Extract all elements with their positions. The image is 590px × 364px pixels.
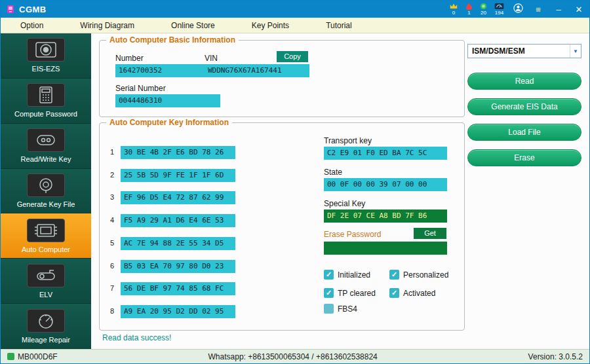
checkbox-initialized[interactable]: ✓ Initialized (324, 270, 370, 280)
sidebar-item-elv[interactable]: ELV (1, 259, 91, 304)
vin-label: VIN (205, 54, 218, 63)
checkbox-personalized[interactable]: ✓ Personalized (389, 270, 448, 280)
sidebar-item-label: Auto Computer (22, 246, 70, 253)
app-window: CGMB 0 1 20 194 ≡ – ✕ (0, 0, 590, 364)
sidebar-item-label: Read/Write Key (21, 155, 71, 163)
key-row-index: 4 (106, 216, 114, 224)
key-row-index: 8 (106, 307, 114, 315)
crown-count: 0 (452, 10, 455, 16)
menu-online-store[interactable]: Online Store (171, 21, 215, 30)
vin-field[interactable]: WDDNG76X67A167441 (205, 64, 309, 77)
coin-count: 20 (481, 10, 486, 16)
crown-icon (449, 3, 458, 10)
minimize-button[interactable]: – (552, 5, 565, 14)
sidebar-item-label: Generate Key File (17, 200, 75, 208)
key-1-field[interactable]: 30 BE 4B 2F E6 BD 78 26 (121, 146, 235, 159)
meter-count: 194 (495, 10, 503, 16)
meter-icon (494, 3, 504, 10)
chevron-down-icon[interactable]: ▼ (570, 45, 581, 58)
checkbox-unchecked-icon[interactable] (324, 304, 334, 314)
key-fob-icon (27, 128, 65, 152)
coin-badge[interactable]: 20 (480, 3, 487, 16)
main-content: Auto Computer Basic Information Number 1… (91, 33, 589, 349)
menu-tutorial[interactable]: Tutorial (326, 21, 352, 30)
statusbar: MB000D6F Whatsapp: +8613500065304 / +861… (1, 349, 589, 363)
number-label: Number (115, 54, 144, 63)
checkbox-checked-icon[interactable]: ✓ (389, 270, 399, 280)
copy-button[interactable]: Copy (277, 51, 308, 62)
whatsapp-contact: Whatsapp: +8613500065304 / +861360253882… (58, 352, 528, 361)
menu-icon[interactable]: ≡ (532, 5, 545, 14)
key-2-field[interactable]: 25 5B 5D 9F FE 1F 1F 6D (121, 169, 235, 182)
key-6-field[interactable]: B5 03 EA 70 97 80 D0 23 (121, 260, 235, 273)
state-field[interactable]: 00 0F 00 00 39 07 00 00 (324, 178, 447, 191)
key-row-index: 3 (106, 193, 114, 201)
erase-password-label: Erase Password (324, 230, 381, 239)
key-4-field[interactable]: F5 A9 29 A1 D6 E4 6E 53 (121, 214, 235, 227)
device-id: MB000D6F (18, 352, 58, 361)
key-info-title: Auto Computer Key Information (106, 118, 232, 127)
basic-info-title: Auto Computer Basic Information (106, 35, 239, 45)
generate-eis-data-button[interactable]: Generate EIS Data (467, 98, 581, 115)
sidebar-item-label: Mileage Repair (22, 336, 70, 344)
checkbox-activated[interactable]: ✓ Activated (389, 288, 435, 298)
drop-badge[interactable]: 1 (465, 3, 473, 16)
close-button[interactable]: ✕ (572, 5, 585, 14)
menu-wiring-diagram[interactable]: Wiring Diagram (80, 21, 134, 30)
checkbox-tp-cleared[interactable]: ✓ TP cleared (324, 288, 376, 298)
transport-key-field[interactable]: C2 E9 01 F0 ED BA 7C 5C (324, 147, 447, 160)
erase-button[interactable]: Erase (467, 149, 581, 166)
read-status-message: Read data success! (102, 333, 171, 342)
serial-number-label: Serial Number (115, 84, 166, 93)
sidebar-item-generate-key-file[interactable]: Generate Key File (1, 169, 91, 214)
key-ring-icon (27, 173, 65, 197)
gauge-icon (27, 309, 65, 333)
menu-option[interactable]: Option (20, 21, 43, 30)
checkbox-fbs4[interactable]: FBS4 (324, 304, 357, 314)
special-key-field[interactable]: DF 2E 07 CE A8 BD 7F B6 (324, 209, 447, 223)
ecu-icon (27, 219, 65, 242)
read-button[interactable]: Read (467, 73, 581, 90)
crown-badge[interactable]: 0 (449, 3, 458, 16)
user-icon[interactable] (511, 3, 524, 15)
basic-info-groupbox: Auto Computer Basic Information Number 1… (99, 40, 465, 117)
sidebar-item-auto-computer[interactable]: Auto Computer (1, 213, 91, 259)
key-row-index: 1 (106, 148, 114, 156)
sidebar-item-mileage-repair[interactable]: Mileage Repair (1, 304, 91, 349)
transport-key-label: Transport key (324, 136, 372, 145)
key-row-index: 2 (106, 171, 114, 179)
app-title: CGMB (19, 5, 47, 14)
mode-dropdown[interactable]: ISM/DSM/ESM ▼ (467, 44, 581, 58)
drop-count: 1 (467, 10, 470, 16)
checkbox-checked-icon[interactable]: ✓ (324, 270, 334, 280)
coin-icon (480, 3, 487, 10)
app-logo-icon (5, 3, 16, 15)
sidebar-item-eis-ezs[interactable]: EIS-EZS (1, 33, 91, 79)
key-row-index: 6 (106, 262, 114, 270)
key-3-field[interactable]: EF 96 D5 E4 72 87 62 99 (121, 191, 235, 204)
drop-icon (465, 3, 473, 10)
load-file-button[interactable]: Load File (467, 124, 581, 141)
checkbox-checked-icon[interactable]: ✓ (389, 288, 399, 298)
meter-badge[interactable]: 194 (494, 3, 504, 16)
titlebar: CGMB 0 1 20 194 ≡ – ✕ (1, 1, 589, 18)
sidebar-item-label: Compute Password (14, 110, 77, 118)
erase-password-field[interactable] (324, 242, 447, 255)
key-5-field[interactable]: AC 7E 94 88 2E 55 34 D5 (121, 237, 235, 250)
calculator-icon (27, 83, 65, 107)
ezs-device-icon (27, 38, 65, 62)
key-7-field[interactable]: 56 DE BF 97 74 85 68 FC (121, 282, 235, 295)
sidebar-item-read-write-key[interactable]: Read/Write Key (1, 124, 91, 169)
key-info-groupbox: Auto Computer Key Information 1 30 BE 4B… (99, 122, 465, 331)
menubar: Option Wiring Diagram Online Store Key P… (1, 18, 589, 33)
special-key-label: Special Key (324, 199, 365, 208)
key-8-field[interactable]: A9 EA 20 95 D2 DD 02 95 (121, 305, 235, 318)
sidebar-item-compute-password[interactable]: Compute Password (1, 79, 91, 124)
checkbox-checked-icon[interactable]: ✓ (324, 288, 334, 298)
serial-number-field[interactable]: 0044486310 (115, 94, 220, 107)
key-row-index: 7 (106, 284, 114, 292)
get-button[interactable]: Get (414, 228, 446, 239)
menu-key-points[interactable]: Key Points (252, 21, 289, 30)
elv-lock-icon (27, 264, 65, 287)
sidebar-item-label: ELV (39, 291, 52, 299)
